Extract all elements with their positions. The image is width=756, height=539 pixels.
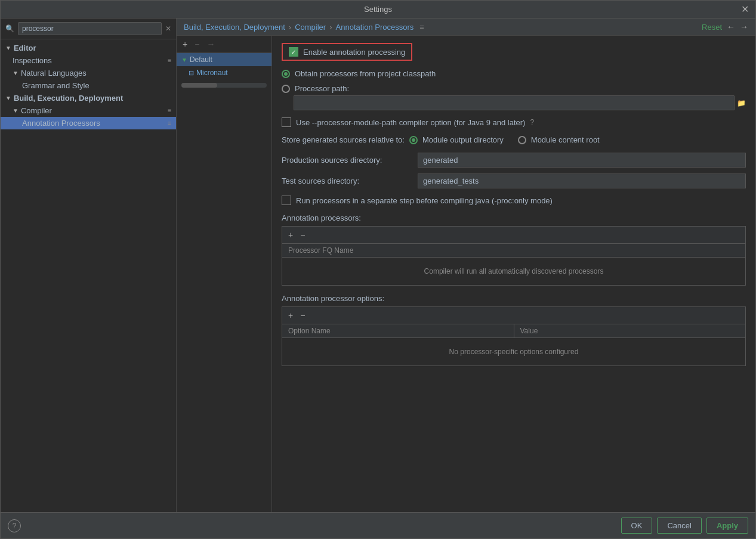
enable-annotation-label: Enable annotation processing <box>303 48 405 57</box>
sidebar-label-annotation-processors: Annotation Processors <box>22 119 100 128</box>
breadcrumb: Build, Execution, Deployment › Compiler … <box>184 23 424 32</box>
use-module-path-checkbox[interactable] <box>282 117 291 127</box>
search-icon: 🔍 <box>5 24 14 33</box>
sidebar-item-inspections[interactable]: Inspections ≡ <box>1 54 176 67</box>
apply-button[interactable]: Apply <box>706 518 748 534</box>
tree-panel-toolbar: + − → <box>177 36 271 53</box>
annotation-add-button[interactable]: + <box>286 229 295 241</box>
module-content-radio[interactable] <box>518 136 526 144</box>
options-add-button[interactable]: + <box>286 309 295 321</box>
search-input[interactable] <box>18 22 162 35</box>
tree-panel-label-default: Default <box>190 55 212 64</box>
sidebar-item-annotation-processors[interactable]: Annotation Processors ≡ <box>1 117 176 129</box>
browse-button[interactable]: 📁 <box>737 99 746 107</box>
breadcrumb-build[interactable]: Build, Execution, Deployment <box>184 23 285 32</box>
annotation-options-toolbar: + − <box>282 307 745 324</box>
expand-arrow-build: ▼ <box>5 95 11 101</box>
compiler-auto-message: Compiler will run all automatically disc… <box>282 258 745 285</box>
sidebar-item-natural-languages[interactable]: ▼ Natural Languages <box>1 67 176 79</box>
tree-scrollbar[interactable] <box>181 83 267 88</box>
tree-panel-label-micronaut: Micronaut <box>196 69 228 77</box>
test-sources-input[interactable] <box>418 174 746 188</box>
annotation-options-table: + − Option Name Value No processor-speci… <box>282 306 746 366</box>
enable-annotation-row: ✓ Enable annotation processing <box>282 43 412 61</box>
no-options-message: No processor-specific options configured <box>282 338 745 365</box>
sidebar-label-build: Build, Execution, Deployment <box>14 94 123 103</box>
obtain-processors-label: Obtain processors from project classpath <box>295 69 436 78</box>
module-output-radio[interactable] <box>409 136 418 144</box>
sidebar-tree: ▼ Editor Inspections ≡ ▼ Natural Languag… <box>1 39 176 512</box>
close-button[interactable]: ✕ <box>739 4 751 16</box>
run-processors-row: Run processors in a separate step before… <box>282 196 746 205</box>
bottom-bar: ? OK Cancel Apply <box>1 512 755 538</box>
expand-arrow-editor: ▼ <box>5 45 11 51</box>
options-remove-button[interactable]: − <box>298 309 307 321</box>
nav-back-button[interactable]: ← <box>727 22 735 32</box>
tree-panel: + − → ▼ Default ⊟ Micronaut <box>177 36 272 512</box>
module-icon-micronaut: ⊟ <box>189 69 194 77</box>
sidebar: 🔍 ✕ ▼ Editor Inspections ≡ ▼ <box>1 18 177 512</box>
processor-fq-header: Processor FQ Name <box>282 244 745 258</box>
store-sources-label: Store generated sources relative to: <box>282 135 405 144</box>
window-title: Settings <box>364 5 392 14</box>
ok-button[interactable]: OK <box>621 518 653 534</box>
processor-path-section: Processor path: 📁 <box>282 84 746 110</box>
processor-path-radio[interactable] <box>282 85 290 93</box>
sidebar-item-grammar-style[interactable]: Grammar and Style <box>1 79 176 92</box>
settings-content: ✓ Enable annotation processing Obtain pr… <box>272 36 755 512</box>
production-sources-row: Production sources directory: <box>282 153 746 168</box>
obtain-processors-radio[interactable] <box>282 70 290 78</box>
help-icon-module[interactable]: ? <box>530 118 534 126</box>
obtain-processors-row: Obtain processors from project classpath <box>282 69 746 78</box>
processor-path-input[interactable] <box>294 95 735 110</box>
expand-arrow-compiler: ▼ <box>13 107 18 114</box>
tree-remove-button[interactable]: − <box>192 38 202 50</box>
annotation-options-label: Annotation processor options: <box>282 294 746 303</box>
sidebar-item-editor[interactable]: ▼ Editor <box>1 42 176 54</box>
cancel-button[interactable]: Cancel <box>657 518 701 534</box>
annotation-processors-toolbar: + − <box>282 227 745 244</box>
reset-button[interactable]: Reset <box>702 23 722 32</box>
nav-forward-button[interactable]: → <box>740 22 748 32</box>
annotation-remove-button[interactable]: − <box>298 229 307 241</box>
run-processors-checkbox[interactable] <box>282 196 291 205</box>
tree-panel-item-default[interactable]: ▼ Default <box>177 53 271 66</box>
module-output-label: Module output directory <box>422 135 504 144</box>
breadcrumb-compiler[interactable]: Compiler <box>295 23 326 32</box>
panel-body: + − → ▼ Default ⊟ Micronaut <box>177 36 755 512</box>
breadcrumb-sep-1: › <box>289 23 291 32</box>
tree-right-button[interactable]: → <box>204 38 217 50</box>
expand-arrow-default: ▼ <box>181 57 187 63</box>
sidebar-label-grammar-style: Grammar and Style <box>22 81 90 90</box>
main-content: 🔍 ✕ ▼ Editor Inspections ≡ ▼ <box>1 18 755 512</box>
breadcrumb-actions: Reset ← → <box>702 22 748 32</box>
bottom-left: ? <box>8 519 21 532</box>
sidebar-label-editor: Editor <box>14 44 36 52</box>
tree-panel-item-micronaut[interactable]: ⊟ Micronaut <box>177 66 271 79</box>
right-panel: Build, Execution, Deployment › Compiler … <box>177 18 755 512</box>
module-content-label: Module content root <box>531 135 600 144</box>
page-icon-compiler: ≡ <box>168 107 171 114</box>
sidebar-label-natural-languages: Natural Languages <box>21 69 87 78</box>
page-icon-annotation-processors: ≡ <box>168 120 171 126</box>
production-sources-input[interactable] <box>418 153 746 168</box>
enable-annotation-checkbox[interactable]: ✓ <box>289 47 298 57</box>
breadcrumb-sep-2: › <box>329 23 332 32</box>
use-module-path-label: Use --processor-module-path compiler opt… <box>296 118 525 127</box>
page-icon-inspections: ≡ <box>168 57 171 64</box>
page-icon-breadcrumb: ≡ <box>419 23 424 32</box>
title-bar: Settings ✕ <box>1 1 755 18</box>
search-clear-icon[interactable]: ✕ <box>165 24 171 33</box>
help-button[interactable]: ? <box>8 519 21 532</box>
sidebar-label-inspections: Inspections <box>13 56 52 65</box>
tree-add-button[interactable]: + <box>180 38 190 50</box>
option-name-col: Option Name <box>282 324 514 337</box>
annotation-processors-table: + − Processor FQ Name Compiler will run … <box>282 226 746 286</box>
search-box: 🔍 ✕ <box>1 18 176 39</box>
breadcrumb-annotation[interactable]: Annotation Processors <box>336 23 414 32</box>
test-sources-label: Test sources directory: <box>282 176 413 185</box>
processor-path-label: Processor path: <box>295 84 349 93</box>
sidebar-item-build-execution[interactable]: ▼ Build, Execution, Deployment <box>1 92 176 104</box>
sidebar-item-compiler[interactable]: ▼ Compiler ≡ <box>1 104 176 117</box>
expand-arrow-natural-languages: ▼ <box>13 70 18 76</box>
